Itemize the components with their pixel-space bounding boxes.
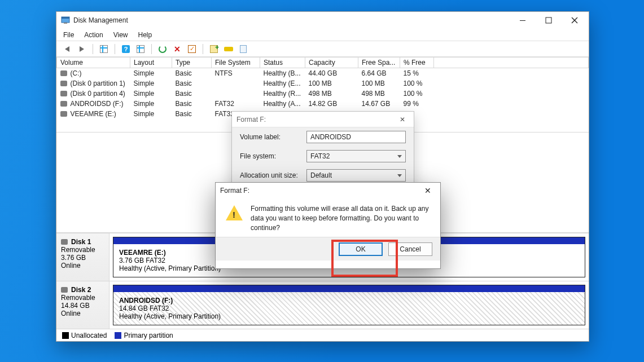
- table-row[interactable]: (C:)SimpleBasicNTFSHealthy (B...44.40 GB…: [57, 68, 589, 79]
- menu-help[interactable]: Help: [138, 31, 152, 39]
- confirm-message: Formatting this volume will erase all da…: [251, 204, 430, 232]
- col-volume[interactable]: Volume: [57, 58, 130, 68]
- select-file-system[interactable]: FAT32: [306, 150, 406, 162]
- select-file-system-value: FAT32: [310, 152, 330, 160]
- disk-2-vol-status: Healthy (Active, Primary Partition): [119, 312, 579, 320]
- grid2-icon: [137, 45, 144, 53]
- maximize-button[interactable]: [536, 12, 562, 29]
- x-icon: ✕: [173, 45, 181, 53]
- annotation-highlight: [331, 240, 398, 277]
- check-button[interactable]: ✓: [186, 43, 198, 55]
- table-row[interactable]: (Disk 0 partition 1)SimpleBasicHealthy (…: [57, 78, 589, 89]
- col-layout[interactable]: Layout: [130, 58, 172, 68]
- disk-2-title: Disk 2: [71, 286, 91, 294]
- new-button[interactable]: [208, 43, 220, 55]
- confirm-dialog-title: Format F:: [220, 187, 420, 195]
- disk-2-pane: Disk 2 Removable 14.84 GB Online ANDROID…: [56, 281, 589, 329]
- grid-icon: [100, 45, 108, 53]
- key-button[interactable]: [222, 43, 235, 55]
- format-dialog-title: Format F:: [236, 116, 266, 123]
- select-alloc-unit[interactable]: Default: [306, 169, 406, 182]
- disk-1-kind: Removable: [61, 246, 104, 254]
- disk-2-state: Online: [61, 310, 104, 317]
- svg-rect-3: [520, 20, 525, 21]
- table-row[interactable]: (Disk 0 partition 4)SimpleBasicHealthy (…: [57, 89, 589, 99]
- select-alloc-unit-value: Default: [310, 171, 332, 179]
- disk-1-title: Disk 1: [71, 238, 91, 246]
- disk-2-size: 14.84 GB: [61, 302, 104, 310]
- delete-button[interactable]: ✕: [171, 43, 183, 55]
- chevron-down-icon: [397, 174, 402, 177]
- app-icon: [61, 16, 70, 25]
- doc-icon: [240, 45, 247, 53]
- disk-1-state: Online: [61, 262, 104, 270]
- menu-action[interactable]: Action: [84, 31, 103, 39]
- label-alloc-unit: Allocation unit size:: [240, 171, 301, 179]
- svg-rect-4: [546, 17, 551, 23]
- view-button[interactable]: [98, 43, 110, 55]
- disk-2-kind: Removable: [61, 294, 104, 302]
- back-button[interactable]: [61, 43, 73, 55]
- disk-2-vol-size: 14.84 GB FAT32: [119, 304, 579, 312]
- col-free[interactable]: Free Spa...: [358, 58, 400, 68]
- detail-view-button[interactable]: [134, 43, 147, 55]
- refresh-icon: [159, 45, 167, 53]
- forward-button[interactable]: [76, 43, 88, 55]
- help-icon: ?: [122, 45, 130, 53]
- input-volume-label[interactable]: [306, 131, 406, 143]
- col-spacer: [434, 58, 589, 68]
- window-title: Disk Management: [73, 16, 510, 24]
- col-type[interactable]: Type: [172, 58, 212, 68]
- arrow-right-icon: [80, 46, 84, 52]
- arrow-left-icon: [65, 46, 69, 52]
- col-status[interactable]: Status: [260, 58, 305, 68]
- check-icon: ✓: [188, 45, 196, 53]
- disk-2-info[interactable]: Disk 2 Removable 14.84 GB Online: [56, 281, 109, 329]
- legend: Unallocated Primary partition: [56, 329, 589, 341]
- new-icon: [210, 45, 218, 53]
- svg-rect-2: [64, 23, 67, 24]
- col-pct[interactable]: % Free: [400, 58, 434, 68]
- confirm-dialog[interactable]: Format F: ✕ Formatting this volume will …: [215, 182, 441, 269]
- menu-view[interactable]: View: [113, 31, 128, 39]
- warning-icon: [226, 205, 243, 220]
- toolbar: ? ✕ ✓: [56, 41, 589, 57]
- refresh-button[interactable]: [156, 43, 169, 55]
- titlebar[interactable]: Disk Management: [56, 12, 589, 29]
- legend-primary: Primary partition: [124, 332, 173, 339]
- label-volume-label: Volume label:: [240, 133, 301, 141]
- menubar: File Action View Help: [56, 29, 589, 41]
- doc-button[interactable]: [237, 43, 249, 55]
- close-button[interactable]: [562, 12, 588, 29]
- disk-1-size: 3.76 GB: [61, 254, 104, 262]
- legend-unallocated: Unallocated: [71, 332, 107, 339]
- col-capacity[interactable]: Capacity: [305, 58, 358, 68]
- format-dialog-close[interactable]: ✕: [396, 113, 409, 126]
- disk-2-vol-name: ANDROIDSD (F:): [119, 297, 579, 304]
- svg-rect-1: [62, 17, 69, 19]
- chevron-down-icon: [397, 155, 402, 158]
- key-icon: [224, 47, 233, 51]
- label-file-system: File system:: [240, 152, 301, 160]
- col-fs[interactable]: File System: [212, 58, 260, 68]
- confirm-dialog-close[interactable]: ✕: [420, 183, 436, 198]
- disk-1-info[interactable]: Disk 1 Removable 3.76 GB Online: [56, 233, 109, 281]
- minimize-button[interactable]: [510, 12, 536, 29]
- table-row[interactable]: ANDROIDSD (F:)SimpleBasicFAT32Healthy (A…: [57, 99, 589, 109]
- menu-file[interactable]: File: [63, 31, 74, 39]
- help-button[interactable]: ?: [120, 43, 132, 55]
- disk-2-volume[interactable]: ANDROIDSD (F:) 14.84 GB FAT32 Healthy (A…: [113, 285, 585, 325]
